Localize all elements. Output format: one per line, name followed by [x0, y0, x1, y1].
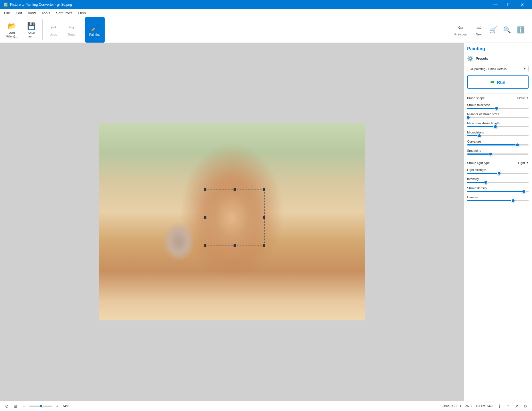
num-stroke-sizes-thumb[interactable] [466, 115, 470, 119]
info-button[interactable]: ℹ️ [515, 24, 526, 36]
stroke-thickness-label: Stroke thickness [467, 103, 490, 107]
zoom-value: 74% [62, 404, 69, 408]
canvas-label: Canvas [467, 195, 478, 199]
intensity-slider-track[interactable] [467, 182, 529, 183]
redo-icon: ↪ [69, 24, 75, 32]
cart-button[interactable]: 🛒 [487, 24, 499, 36]
redo-button[interactable]: ↪ Redo [63, 17, 80, 43]
undo-icon: ↩ [51, 24, 56, 32]
save-as-button[interactable]: 💾 Saveas... [23, 17, 40, 43]
light-strength-thumb[interactable] [497, 171, 501, 175]
stroke-light-type-arrow: ▼ [526, 161, 529, 164]
menu-tools[interactable]: Tools [39, 10, 53, 16]
minimize-button[interactable]: — [489, 0, 502, 9]
add-files-button[interactable]: 📂 AddFile(s)... [2, 17, 22, 43]
undo-button[interactable]: ↩ Undo [45, 17, 62, 43]
brush-shape-label-row: Brush shape Circle ▼ [467, 96, 529, 100]
smudging-thumb[interactable] [489, 152, 493, 156]
zoom-slider-container [29, 406, 52, 407]
canvas-control: Canvas [467, 195, 529, 201]
run-label: Run [497, 80, 505, 85]
status-right: Time (s): 0.1 PNG 1900x1649 ℹ ? ↗ ⚙ [442, 403, 529, 410]
menu-help[interactable]: Help [75, 10, 89, 16]
menu-view[interactable]: View [25, 10, 39, 16]
stroke-light-type-dropdown[interactable]: Light ▼ [518, 161, 529, 165]
search-button[interactable]: 🔍 [501, 24, 513, 36]
painting-label: Painting [89, 33, 101, 36]
presets-label: Presets [476, 57, 488, 61]
zoom-in-button[interactable]: + [54, 403, 61, 410]
stroke-density-thumb[interactable] [522, 189, 526, 193]
menu-edit[interactable]: Edit [13, 10, 25, 16]
zoom-select-button[interactable]: ⊞ [12, 403, 19, 410]
window-controls: — □ ✕ [489, 0, 529, 9]
max-stroke-length-slider-track[interactable] [467, 126, 529, 127]
microdetails-slider-track[interactable] [467, 135, 529, 136]
light-strength-slider-track[interactable] [467, 173, 529, 174]
light-strength-control: Light strength [467, 168, 529, 174]
run-button[interactable]: ➡ Run [467, 75, 529, 89]
canvas-area[interactable] [0, 43, 463, 401]
microdetails-thumb[interactable] [477, 134, 481, 138]
num-stroke-sizes-label-row: Number of stroke sizes [467, 112, 529, 116]
brush-shape-label: Brush shape [467, 96, 485, 100]
microdetails-label: Microdetails [467, 131, 484, 134]
intensity-control: Intensity [467, 177, 529, 183]
zoom-thumb[interactable] [39, 404, 43, 408]
menu-bar: File Edit View Tools SoftOrbits Help [0, 9, 532, 17]
painting-icon: 🖌️ [91, 24, 99, 32]
status-info-button[interactable]: ℹ [496, 403, 503, 410]
next-label: Next [476, 33, 482, 36]
painting-button[interactable]: 🖌️ Painting [85, 17, 105, 43]
num-stroke-sizes-slider-track[interactable] [467, 117, 529, 118]
stroke-density-fill [467, 191, 524, 192]
brush-shape-control: Brush shape Circle ▼ [467, 96, 529, 100]
zoom-controls: ⊙ ⊞ − + 74% [3, 403, 69, 410]
zoom-fit-button[interactable]: ⊙ [3, 403, 10, 410]
status-settings-button[interactable]: ⚙ [522, 403, 529, 410]
undo-label: Undo [50, 33, 57, 36]
brush-shape-dropdown[interactable]: Circle ▼ [517, 96, 529, 100]
presets-dropdown[interactable]: Oil painting - Small Details ▼ [467, 66, 529, 72]
stroke-thickness-control: Stroke thickness [467, 103, 529, 109]
ribbon-divider-1 [42, 19, 43, 40]
previous-button[interactable]: ⇦ Previous [451, 17, 471, 43]
close-button[interactable]: ✕ [515, 0, 529, 9]
curvature-slider-track[interactable] [467, 144, 529, 145]
stroke-thickness-label-row: Stroke thickness [467, 103, 529, 107]
previous-label: Previous [455, 33, 467, 36]
menu-softorbits[interactable]: SoftOrbits [53, 10, 75, 16]
canvas-thumb[interactable] [511, 199, 515, 203]
maximize-button[interactable]: □ [502, 0, 515, 9]
smudging-label: Smudging [467, 149, 481, 152]
intensity-thumb[interactable] [484, 180, 488, 184]
light-strength-fill [467, 173, 499, 174]
status-share-button[interactable]: ↗ [513, 403, 520, 410]
microdetails-control: Microdetails [467, 131, 529, 136]
stroke-density-label-row: Stroke density [467, 186, 529, 190]
curvature-control: Curvature [467, 140, 529, 145]
canvas-label-row: Canvas [467, 195, 529, 199]
curvature-thumb[interactable] [515, 143, 519, 147]
stroke-density-control: Stroke density [467, 186, 529, 192]
next-icon: ⇨ [477, 24, 482, 31]
previous-icon: ⇦ [458, 24, 463, 31]
canvas-slider-track[interactable] [467, 200, 529, 201]
status-help-button[interactable]: ? [505, 403, 511, 410]
smudging-slider-track[interactable] [467, 153, 529, 155]
zoom-out-button[interactable]: − [21, 403, 27, 410]
stroke-thickness-slider-track[interactable] [467, 108, 529, 109]
menu-file[interactable]: File [1, 10, 13, 16]
section-divider-2 [467, 158, 529, 158]
smudging-control: Smudging [467, 149, 529, 155]
stroke-thickness-thumb[interactable] [495, 106, 499, 110]
max-stroke-length-thumb[interactable] [493, 125, 497, 129]
zoom-slider[interactable] [29, 406, 52, 407]
next-button[interactable]: ⇨ Next [472, 17, 486, 43]
num-stroke-sizes-control: Number of stroke sizes [467, 112, 529, 118]
app-icon: 🖼️ [3, 3, 8, 7]
max-stroke-length-control: Maximum stroke length [467, 121, 529, 127]
stroke-density-slider-track[interactable] [467, 191, 529, 192]
presets-icon: ⚙️ [467, 55, 473, 62]
canvas-fill [467, 200, 513, 201]
